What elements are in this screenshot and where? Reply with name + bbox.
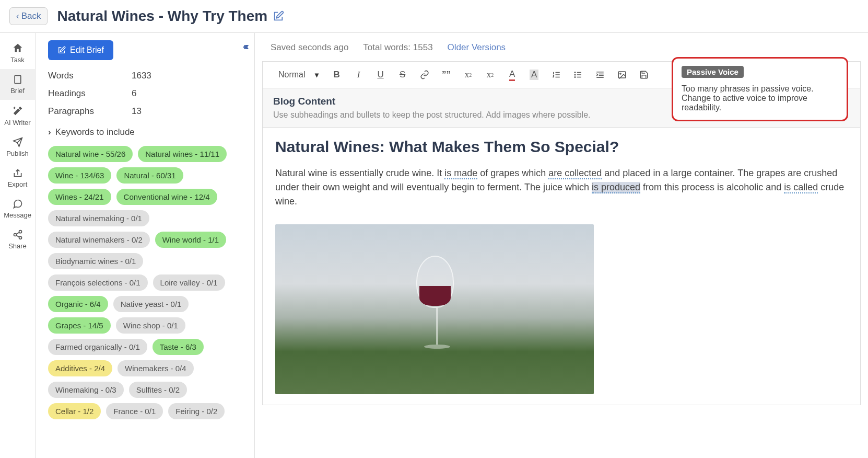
keyword-tag[interactable]: François selections - 0/1 — [48, 274, 148, 291]
article-paragraph: Natural wine is essentially crude wine. … — [275, 166, 848, 209]
keyword-tag[interactable]: Natural wine - 55/26 — [48, 146, 133, 162]
collapse-panel-button[interactable]: ‹‹‹ — [243, 40, 247, 52]
subscript-button[interactable]: x2 — [459, 66, 478, 84]
svg-point-11 — [574, 74, 576, 75]
chevron-down-icon[interactable]: ▾ — [315, 71, 319, 79]
keyword-tag[interactable]: Winemaking - 0/3 — [48, 382, 124, 398]
passive-phrase[interactable]: is called — [784, 182, 818, 193]
passive-phrase-selected[interactable]: is produced — [592, 182, 640, 193]
quote-button[interactable]: ”” — [437, 66, 456, 84]
passive-phrase[interactable]: are collected — [548, 168, 602, 179]
chevron-left-icon: ‹ — [16, 11, 19, 21]
keyword-tag[interactable]: Cellar - 1/2 — [48, 403, 101, 419]
ordered-list-button[interactable] — [546, 66, 566, 84]
highlight-color-button[interactable]: A — [524, 66, 544, 84]
wand-icon — [12, 105, 24, 117]
edit-title-icon[interactable] — [273, 10, 284, 22]
link-button[interactable] — [415, 66, 435, 84]
chat-icon — [13, 199, 23, 209]
keyword-tag[interactable]: Natural - 60/31 — [116, 167, 183, 184]
text-color-button[interactable]: A — [502, 66, 522, 84]
back-button[interactable]: ‹ Back — [9, 7, 48, 25]
nav-label: Task — [10, 56, 25, 64]
keyword-tag[interactable]: Wine world - 1/1 — [155, 232, 226, 248]
keyword-tag[interactable]: Conventional wine - 12/4 — [116, 189, 217, 205]
share-icon — [13, 230, 23, 240]
nav-label: Share — [8, 242, 27, 250]
svg-point-2 — [14, 234, 16, 236]
keyword-tag[interactable]: Additives - 2/4 — [48, 360, 112, 376]
strikethrough-button[interactable]: S — [393, 66, 413, 84]
nav-export[interactable]: Export — [0, 163, 35, 193]
keyword-tag[interactable]: Feiring - 0/2 — [168, 403, 225, 419]
brief-panel: ‹‹‹ Edit Brief Words 1633 Headings 6 Par… — [36, 33, 255, 458]
stat-paragraphs: Paragraphs 13 — [48, 106, 242, 117]
saved-status: Saved seconds ago — [271, 42, 348, 53]
wine-glass-illustration — [416, 256, 458, 360]
edit-brief-button[interactable]: Edit Brief — [48, 40, 113, 60]
back-label: Back — [21, 11, 41, 21]
tip-text: Too many phrases in passive voice. Chang… — [682, 84, 838, 112]
bullet-list-button[interactable] — [568, 66, 588, 84]
keyword-tag[interactable]: Grapes - 14/5 — [48, 317, 111, 334]
nav-label: Brief — [10, 87, 25, 95]
keywords-toggle[interactable]: › Keywords to include — [48, 127, 242, 138]
older-versions-link[interactable]: Older Versions — [448, 42, 506, 53]
stat-value: 6 — [132, 88, 136, 99]
article-body[interactable]: Natural Wines: What Makes Them So Specia… — [263, 128, 860, 405]
nav-label: Export — [8, 180, 28, 188]
tip-badge: Passive Voice — [682, 66, 744, 78]
keyword-tag[interactable]: Wines - 24/21 — [48, 189, 111, 205]
stat-headings: Headings 6 — [48, 88, 242, 99]
send-icon — [13, 137, 23, 147]
stat-label: Paragraphs — [48, 106, 132, 117]
article-image[interactable] — [275, 224, 594, 394]
readability-tip: Passive Voice Too many phrases in passiv… — [672, 57, 848, 121]
nav-label: AI Writer — [4, 119, 30, 127]
nav-ai-writer[interactable]: AI Writer — [0, 100, 35, 132]
keyword-tag[interactable]: Natural winemaking - 0/1 — [48, 210, 149, 226]
keyword-tag[interactable]: Taste - 6/3 — [153, 339, 204, 355]
stat-value: 13 — [132, 106, 142, 117]
stat-words: Words 1633 — [48, 71, 242, 81]
keyword-tag[interactable]: Native yeast - 0/1 — [113, 296, 189, 312]
keyword-tag[interactable]: Wine shop - 0/1 — [116, 317, 185, 334]
underline-button[interactable]: U — [371, 66, 391, 84]
page-title: Natural Wines - Why Try Them — [57, 8, 284, 25]
export-icon — [13, 168, 23, 178]
keyword-tag[interactable]: Natural winemakers - 0/2 — [48, 232, 150, 248]
italic-button[interactable]: I — [349, 66, 369, 84]
passive-phrase[interactable]: is made — [444, 168, 477, 179]
superscript-button[interactable]: x2 — [480, 66, 500, 84]
keyword-tag[interactable]: Wine - 134/63 — [48, 167, 111, 184]
keyword-tag[interactable]: Biodynamic wines - 0/1 — [48, 253, 143, 269]
keyword-tag[interactable]: Sulfites - 0/2 — [129, 382, 187, 398]
keyword-tags-container: Natural wine - 55/26Natural wines - 11/1… — [48, 146, 242, 419]
nav-task[interactable]: Task — [0, 37, 35, 69]
keyword-tag[interactable]: Loire valley - 0/1 — [153, 274, 225, 291]
stat-label: Words — [48, 71, 132, 81]
keyword-tag[interactable]: France - 0/1 — [106, 403, 163, 419]
indent-button[interactable] — [590, 66, 610, 84]
nav-publish[interactable]: Publish — [0, 132, 35, 163]
keyword-tag[interactable]: Farmed organically - 0/1 — [48, 339, 147, 355]
keyword-tag[interactable]: Natural wines - 11/11 — [138, 146, 227, 162]
article-heading: Natural Wines: What Makes Them So Specia… — [275, 138, 848, 156]
document-icon — [13, 74, 23, 85]
image-button[interactable] — [612, 66, 632, 84]
svg-point-12 — [574, 77, 576, 78]
nav-message[interactable]: Message — [0, 193, 35, 224]
save-button[interactable] — [634, 66, 654, 84]
nav-label: Message — [4, 211, 31, 219]
keywords-header-label: Keywords to include — [55, 127, 135, 138]
stat-label: Headings — [48, 88, 132, 99]
bold-button[interactable]: B — [327, 66, 347, 84]
keyword-tag[interactable]: Winemakers - 0/4 — [118, 360, 194, 376]
home-icon — [12, 42, 24, 54]
nav-share[interactable]: Share — [0, 224, 35, 255]
format-select[interactable]: Normal — [273, 67, 311, 83]
nav-brief[interactable]: Brief — [0, 69, 35, 100]
svg-point-3 — [19, 236, 21, 239]
svg-point-18 — [619, 73, 620, 74]
keyword-tag[interactable]: Organic - 6/4 — [48, 296, 108, 312]
